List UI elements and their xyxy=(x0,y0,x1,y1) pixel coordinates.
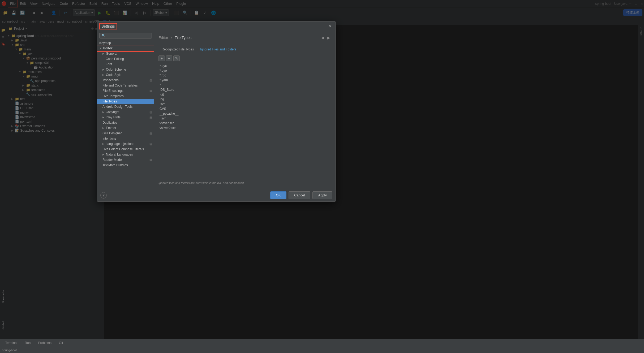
file-encodings-plugin-icon: ▤ xyxy=(149,89,152,92)
dialog-close-button[interactable]: × xyxy=(328,24,333,29)
file-entry-vssver2: vssver2.scc xyxy=(158,126,331,130)
settings-language-injections[interactable]: ▶ Language Injections ▤ xyxy=(97,141,154,147)
gui-designer-plugin-icon: ▤ xyxy=(149,132,152,135)
file-entry-rbc: *.rbc xyxy=(158,73,331,78)
file-entry-svn: .svn xyxy=(158,102,331,106)
file-entry-pyo: *.pyo xyxy=(158,68,331,73)
ok-button[interactable]: OK xyxy=(270,191,286,199)
settings-code-editing[interactable]: Code Editing xyxy=(97,56,154,62)
file-entry-ds-store: .DS_Store xyxy=(158,87,331,92)
settings-inlay-hints[interactable]: ▶ Inlay Hints ▤ xyxy=(97,115,154,120)
natural-lang-label: Natural Languages xyxy=(106,153,133,156)
status-text: Ignored files and folders are not visibl… xyxy=(158,179,331,187)
help-button[interactable]: ? xyxy=(100,192,107,199)
file-entry-tilde: *~ xyxy=(158,83,331,87)
color-scheme-expand-icon: ▶ xyxy=(102,68,104,71)
live-edit-compose-label: Live Edit of Compose Literals xyxy=(102,147,144,151)
settings-code-style[interactable]: ▶ Code Style xyxy=(97,72,154,78)
general-label: General xyxy=(106,52,117,55)
inlay-hints-label: Inlay Hints xyxy=(106,115,121,119)
status-bar: spring-boot xyxy=(0,347,644,353)
file-entry-yarb: *.yarb xyxy=(158,78,331,83)
jrebel-panel: JRebel xyxy=(0,319,6,332)
settings-file-types[interactable]: File Types xyxy=(97,99,154,104)
status-bar-text: spring-boot xyxy=(2,348,17,352)
duplicates-label: Duplicates xyxy=(102,121,117,124)
settings-copyright[interactable]: ▶ Copyright ▤ xyxy=(97,109,154,115)
settings-duplicates[interactable]: Duplicates xyxy=(97,120,154,125)
ignored-tab-label: Ignored Files and Folders xyxy=(200,48,236,51)
recognized-tab-label: Recognized File Types xyxy=(162,48,194,51)
file-entry-hg: .hg xyxy=(158,97,331,102)
settings-color-scheme[interactable]: ▶ Color Scheme xyxy=(97,67,154,72)
breadcrumb-next-icon[interactable]: ▶ xyxy=(326,35,331,40)
settings-gui-designer[interactable]: GUI Designer ▤ xyxy=(97,131,154,136)
bookmarks-tab[interactable]: Bookmarks xyxy=(2,288,5,305)
lang-inject-expand-icon: ▶ xyxy=(102,143,104,145)
file-entry-cvs: CVS xyxy=(158,106,331,111)
bottom-tab-run[interactable]: Run xyxy=(22,340,34,346)
tab-ignored-files-folders[interactable]: Ignored Files and Folders xyxy=(197,46,239,53)
color-scheme-label: Color Scheme xyxy=(106,68,126,71)
tab-recognized-file-types[interactable]: Recognized File Types xyxy=(158,46,197,53)
edit-file-button[interactable]: ✎ xyxy=(173,55,180,61)
settings-inspections[interactable]: Inspections ▤ xyxy=(97,78,154,83)
settings-emmet[interactable]: ▶ Emmet xyxy=(97,125,154,131)
settings-editor-section[interactable]: ▼ Editor xyxy=(97,46,154,51)
settings-reader-mode[interactable]: Reader Mode ▤ xyxy=(97,157,154,162)
settings-keymap[interactable]: Keymap xyxy=(97,40,154,46)
gui-designer-label: GUI Designer xyxy=(102,131,122,135)
inspections-plugin-icon: ▤ xyxy=(149,79,152,82)
file-entry-pyc: *.pyc xyxy=(158,63,331,68)
add-file-button[interactable]: + xyxy=(158,55,165,61)
dialog-title: Settings xyxy=(100,24,116,28)
settings-android-design[interactable]: Android Design Tools xyxy=(97,104,154,109)
code-style-label: Code Style xyxy=(106,73,122,77)
bottom-tab-problems[interactable]: Problems xyxy=(35,340,55,346)
copyright-label: Copyright xyxy=(106,110,119,114)
lang-inject-plugin-icon: ▤ xyxy=(149,143,152,145)
settings-search-input[interactable] xyxy=(99,33,152,38)
bottom-tab-terminal[interactable]: Terminal xyxy=(2,340,20,346)
editor-section-label: Editor xyxy=(103,46,113,50)
settings-live-edit-compose[interactable]: Live Edit of Compose Literals xyxy=(97,147,154,152)
lang-inject-label: Language Injections xyxy=(106,142,134,146)
remove-file-button[interactable]: − xyxy=(166,55,172,61)
file-list-toolbar: + − ✎ xyxy=(158,55,331,61)
jrebel-bottom-tab[interactable]: JRebel xyxy=(2,319,5,332)
file-list-content: *.pyc *.pyo *.rbc *.yarb *~ .DS_Store .g… xyxy=(158,63,331,179)
settings-natural-languages[interactable]: ▶ Natural Languages xyxy=(97,152,154,157)
file-code-templates-label: File and Code Templates xyxy=(102,84,138,87)
cancel-button[interactable]: Cancel xyxy=(289,191,310,199)
settings-font[interactable]: Font xyxy=(97,62,154,67)
file-types-label: File Types xyxy=(102,100,117,103)
settings-breadcrumb-sep: › xyxy=(171,36,172,40)
settings-search-area xyxy=(97,31,154,40)
settings-file-encodings[interactable]: File Encodings ▤ xyxy=(97,88,154,93)
inspections-label: Inspections xyxy=(102,78,119,82)
dialog-titlebar: Settings × xyxy=(97,21,336,31)
bottom-tab-git[interactable]: Git xyxy=(56,340,66,346)
settings-dialog: Settings × Keymap ▼ Editor xyxy=(97,21,336,202)
apply-button[interactable]: Apply xyxy=(312,191,332,199)
breadcrumb-nav: ◀ ▶ xyxy=(320,35,331,40)
settings-file-code-templates[interactable]: File and Code Templates xyxy=(97,83,154,88)
reader-mode-label: Reader Mode xyxy=(102,158,122,162)
settings-intentions[interactable]: Intentions xyxy=(97,136,154,141)
file-entry-underscore-svn: _svn xyxy=(158,116,331,121)
code-editing-label: Code Editing xyxy=(106,57,124,61)
settings-sidebar: Keymap ▼ Editor ▶ General Code Editing xyxy=(97,31,154,189)
settings-textmate-bundles[interactable]: TextMate Bundles xyxy=(97,162,154,168)
general-expand-icon: ▶ xyxy=(102,52,104,55)
inlay-hints-plugin-icon: ▤ xyxy=(149,116,152,119)
settings-general[interactable]: ▶ General xyxy=(97,51,154,56)
file-encodings-label: File Encodings xyxy=(102,89,123,93)
settings-content-tabs: Recognized File Types Ignored Files and … xyxy=(154,44,336,53)
breadcrumb-prev-icon[interactable]: ◀ xyxy=(320,35,325,40)
settings-breadcrumb-editor: Editor xyxy=(158,36,168,40)
file-entry-pycache: __pycache__ xyxy=(158,111,331,116)
settings-live-templates[interactable]: Live Templates xyxy=(97,93,154,99)
dialog-overlay: Settings × Keymap ▼ Editor xyxy=(0,0,644,353)
footer-buttons: OK Cancel Apply xyxy=(270,191,332,199)
file-entry-git: .git xyxy=(158,92,331,97)
